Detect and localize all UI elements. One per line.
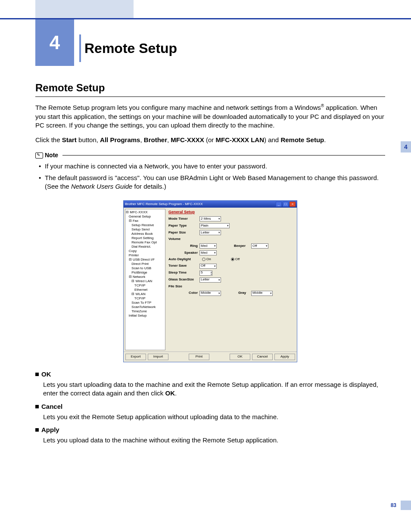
bold: Remote Setup (280, 136, 324, 143)
page-num-stripe (401, 501, 411, 510)
glass-scan-dropdown[interactable]: Letter (199, 277, 221, 283)
mode-timer-dropdown[interactable]: 2 Mins (199, 216, 221, 221)
desc-body: Lets you upload data to the machine with… (43, 436, 385, 445)
note-item: If your machine is connected via a Netwo… (45, 162, 385, 171)
close-icon[interactable]: × (290, 202, 296, 207)
bold: MFC-XXXX LAN (216, 136, 265, 143)
section-title: Remote Setup (35, 81, 385, 95)
field-label: Beeper (234, 244, 251, 249)
ring-dropdown[interactable]: Med (199, 243, 217, 249)
tree-item[interactable]: TCP/IP (134, 296, 146, 300)
form-panel: General Setup Mode Timer2 Mins Paper Typ… (167, 208, 297, 352)
maximize-icon[interactable]: □ (283, 202, 289, 207)
field-label: Color (168, 291, 199, 296)
tree-item[interactable]: Scan To FTP (131, 301, 151, 305)
square-bullet-icon (35, 405, 39, 408)
side-tab: 4 (401, 141, 411, 152)
tree-item[interactable]: Copy (129, 249, 137, 253)
radio-off[interactable]: Off (231, 257, 240, 262)
header-band (35, 0, 134, 18)
tree-item[interactable]: TCP/IP (134, 283, 146, 287)
text: The Remote Setup program lets you config… (35, 104, 321, 111)
tree-item[interactable]: ⊟ Network (129, 275, 146, 279)
window-title: Brother MFC Remote Setup Program - MFC-X… (125, 202, 203, 207)
text: button, (77, 136, 100, 143)
desc-body: Lets you start uploading data to the mac… (43, 380, 385, 398)
text: . (324, 136, 326, 143)
note-header: Note (35, 151, 385, 159)
field-label: Sleep Time (168, 271, 199, 275)
chapter-title: Remote Setup (79, 34, 177, 62)
radio-label: On (206, 257, 211, 262)
toner-save-dropdown[interactable]: Off (199, 264, 217, 269)
section-rule (35, 96, 385, 97)
intro-paragraph-2: Click the Start button, All Programs, Br… (35, 136, 385, 144)
export-button[interactable]: Export (125, 354, 146, 360)
field-label: Paper Size (168, 230, 199, 235)
field-label: Toner Save (168, 264, 199, 268)
tree-item[interactable]: Direct Print (131, 262, 149, 266)
page-number: 83 (391, 502, 396, 508)
text: ) and (264, 136, 280, 143)
desc-ok: OK Lets you start uploading data to the … (35, 370, 385, 398)
tree-item[interactable]: ⊟ MFC-XXXX (126, 210, 148, 214)
note-list: If your machine is connected via a Netwo… (35, 162, 385, 191)
cancel-button[interactable]: Cancel (252, 354, 273, 360)
apply-button[interactable]: Apply (274, 354, 295, 360)
bold: Start (62, 136, 77, 143)
field-label: File Size (168, 284, 199, 289)
tree-item[interactable]: Report Setting (131, 236, 153, 240)
note-rule (62, 155, 385, 156)
field-label: Gray (238, 291, 251, 296)
tree-panel[interactable]: ⊟ MFC-XXXX General Setup ⊟ Fax Setup Rec… (125, 209, 165, 350)
paper-size-dropdown[interactable]: Letter (199, 230, 221, 235)
note-label: Note (45, 151, 58, 159)
tree-item[interactable]: Address Book (131, 232, 153, 236)
field-label: Mode Timer (168, 217, 199, 221)
color-dropdown[interactable]: Middle (199, 291, 221, 296)
tree-item[interactable]: General Setup (129, 215, 151, 218)
button-row: Export Import Print OK Cancel Apply (124, 352, 297, 362)
radio-on[interactable]: On (202, 257, 211, 262)
ok-button[interactable]: OK (230, 354, 250, 360)
panel-title: General Setup (168, 209, 293, 215)
text: , (140, 136, 143, 143)
desc-body: Lets you exit the Remote Setup applicati… (43, 413, 385, 421)
tree-item[interactable]: Setup Receive (131, 223, 154, 227)
field-label: Volume (168, 237, 199, 242)
speaker-dropdown[interactable]: Med (199, 250, 217, 255)
paper-type-dropdown[interactable]: Plain (199, 223, 230, 228)
desc-apply: Apply Lets you upload data to the machin… (35, 426, 385, 445)
tree-item[interactable]: Scan to USB (131, 266, 151, 270)
tree-item[interactable]: Setup Send (131, 227, 149, 231)
import-button[interactable]: Import (148, 354, 168, 360)
app-screenshot: Brother MFC Remote Setup Program - MFC-X… (123, 200, 297, 362)
print-button[interactable]: Print (189, 354, 209, 360)
intro-paragraph-1: The Remote Setup program lets you config… (35, 103, 385, 130)
gray-dropdown[interactable]: Middle (251, 291, 273, 296)
note-icon (35, 152, 43, 159)
tree-item[interactable]: Dial Restrict. (131, 245, 151, 249)
beeper-dropdown[interactable]: Off (251, 243, 268, 249)
desc-head-label: Cancel (41, 403, 62, 410)
desc-head-label: OK (41, 370, 51, 378)
tree-item[interactable]: TimeZone (131, 309, 147, 313)
tree-item[interactable]: ScanToNetwork (131, 305, 156, 309)
tree-item[interactable]: PictBridge (131, 271, 147, 274)
minimize-icon[interactable]: _ (276, 202, 282, 207)
tree-item[interactable]: ⊟ Fax (129, 219, 139, 223)
square-bullet-icon (35, 428, 39, 432)
tree-item[interactable]: Ethernet (134, 288, 147, 292)
tree-item[interactable]: ⊟ Wired LAN (131, 279, 152, 283)
tree-item[interactable]: Remote Fax Opt (131, 240, 157, 244)
sleep-time-spinner[interactable]: 5 (199, 271, 212, 276)
radio-label: Off (235, 257, 240, 262)
tree-item[interactable]: Initial Setup (129, 314, 147, 317)
tree-item[interactable]: ⊟ USB Direct I/F (129, 258, 155, 261)
desc-head-label: Apply (41, 426, 59, 433)
tree-item[interactable]: Printer (129, 253, 139, 257)
note-item: The default password is "access". You ca… (45, 174, 385, 191)
field-label: Ring (168, 244, 199, 249)
text: Click the (35, 136, 62, 143)
tree-item[interactable]: ⊟ WLAN (131, 292, 145, 296)
